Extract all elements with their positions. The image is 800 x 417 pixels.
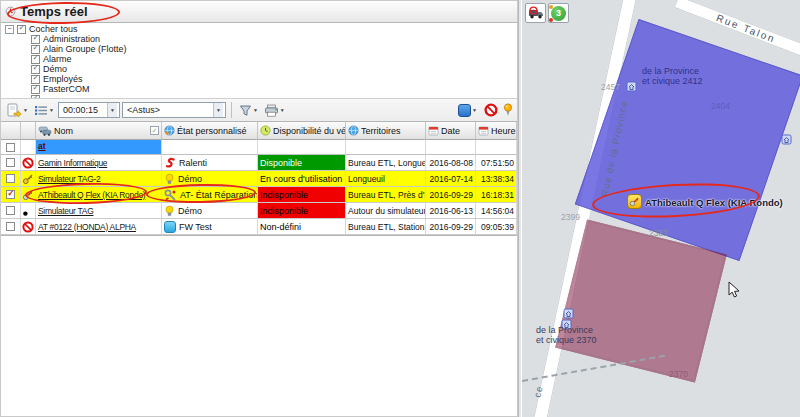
tree-item-employes[interactable]: ✓ Employés xyxy=(5,74,517,84)
row-checkbox[interactable] xyxy=(6,222,15,231)
row-status-icon-cell xyxy=(21,155,36,171)
row-status-icon-cell xyxy=(21,171,36,187)
map-display-button[interactable]: ▼ xyxy=(456,103,479,118)
no-entry-toolbar-icon[interactable] xyxy=(484,103,498,117)
map-panel[interactable]: Rue Talon Rue de la Province ce 2457 240… xyxy=(522,0,800,417)
header-etat[interactable]: État personnalisé xyxy=(162,122,258,140)
date-filter-cell[interactable] xyxy=(426,140,476,155)
empty-area xyxy=(1,236,517,416)
territoires-filter-cell[interactable] xyxy=(346,140,426,155)
row-checkbox[interactable] xyxy=(6,206,15,215)
row-checkbox-checked[interactable]: ✓ xyxy=(6,190,15,199)
header-heure-label: Heure xyxy=(491,126,516,136)
tree-item-administration[interactable]: ✓ Administration xyxy=(5,34,517,44)
tree-expander-icon[interactable]: − xyxy=(5,25,14,34)
location-pin-icon[interactable] xyxy=(503,103,513,117)
list-view-button[interactable]: ▼ xyxy=(32,103,56,117)
header-dispo-label: Disponibilité du vé... xyxy=(273,126,346,136)
list-toolbar: ▼ ▼ 00:00:15 ▼ <Astus> ▼ ▼ xyxy=(1,98,517,122)
profile-select[interactable]: <Astus> ▼ xyxy=(122,102,226,118)
tree-item-fastercom[interactable]: ✓ FasterCOM xyxy=(5,84,517,94)
nom-cell: AThibeault Q Flex (KIA Rondo) xyxy=(36,187,162,203)
no-entry-icon xyxy=(22,157,34,169)
row-select-cell xyxy=(1,203,21,219)
vehicle-name-link[interactable]: AThibeault Q Flex (KIA Rondo) xyxy=(38,190,145,200)
chevron-down-icon: ▼ xyxy=(213,103,223,117)
fw-test-icon xyxy=(164,221,176,233)
vehicle-marker-icon[interactable] xyxy=(627,194,642,209)
follow-vehicle-button[interactable] xyxy=(525,3,546,23)
etat-text: AT- État Réparation xyxy=(180,190,258,200)
table-row[interactable]: Gamin Informatique Ralenti Disponible Bu… xyxy=(1,155,517,171)
refresh-interval-value: 00:00:15 xyxy=(63,105,98,115)
filter-button[interactable]: ▼ xyxy=(237,103,260,118)
etat-cell: FW Test xyxy=(162,219,258,235)
row-status-icon-cell xyxy=(21,203,36,219)
profile-value: <Astus> xyxy=(127,105,160,115)
tree-item-checkbox[interactable]: ✓ xyxy=(31,95,40,99)
table-row-selected[interactable]: ✓ AThibeault Q Flex (KIA Rondo) AT- État… xyxy=(1,187,517,203)
dispo-cell: Non-défini xyxy=(258,219,346,235)
tree-item-label: Alarme xyxy=(43,54,72,64)
print-button[interactable]: ▼ xyxy=(262,103,287,118)
filter-funnel-icon xyxy=(239,104,252,117)
row-select-cell xyxy=(1,171,21,187)
printer-icon xyxy=(264,104,279,117)
civic-number: 2399 xyxy=(561,212,580,222)
column-filter-icon[interactable]: ✓ xyxy=(150,126,159,135)
header-nom[interactable]: Nom ✓ xyxy=(36,122,162,140)
etat-text: FW Test xyxy=(179,222,212,232)
territoires-cell: Longueuil xyxy=(346,171,426,187)
vehicle-name-link[interactable]: Simulateur TAG xyxy=(38,206,93,216)
tree-root-checkbox[interactable]: ✓ xyxy=(17,25,26,34)
vehicle-name-link[interactable]: Gamin Informatique xyxy=(38,158,107,168)
row-select-cell: ✓ xyxy=(1,187,21,203)
tree-item-alain-groupe[interactable]: ✓ Alain Groupe (Flotte) xyxy=(5,44,517,54)
dispo-filter-cell[interactable] xyxy=(258,140,346,155)
header-territoires-label: Territoires xyxy=(361,126,401,136)
table-row[interactable]: Simulateur TAG Démo Indisponible Autour … xyxy=(1,203,517,219)
header-date[interactable]: Date xyxy=(426,122,476,140)
heure-filter-cell[interactable] xyxy=(476,140,517,155)
row-checkbox[interactable] xyxy=(6,158,15,167)
tree-item-demo[interactable]: ✓ Démo xyxy=(5,64,517,74)
header-heure[interactable]: Heure xyxy=(476,122,517,140)
bulb-icon xyxy=(164,205,175,217)
grid-header-row: Nom ✓ État personnalisé Disponibilité du… xyxy=(1,122,517,140)
date-cell: 2016-06-13 xyxy=(426,203,476,219)
header-icon-col[interactable] xyxy=(21,122,36,140)
heure-cell: 14:56:04 xyxy=(476,203,517,219)
civic-marker-icon[interactable] xyxy=(563,305,574,316)
nom-filter-input[interactable]: at xyxy=(36,140,162,155)
tree-root-cocher-tous[interactable]: − ✓ Cocher tous xyxy=(5,24,517,34)
heure-cell: 09:05:39 xyxy=(476,219,517,235)
civic-number: 2457 xyxy=(601,82,620,92)
street-label-talon: Rue Talon xyxy=(715,12,778,45)
no-entry-icon xyxy=(22,221,34,233)
cluster-toggle-button[interactable]: 3 xyxy=(548,3,569,23)
fleet-list-panel: Temps réel − ✓ Cocher tous ✓ Administrat… xyxy=(0,0,518,417)
header-territoires[interactable]: Territoires xyxy=(346,122,426,140)
etat-filter-cell[interactable] xyxy=(162,140,258,155)
tree-item-label: Employés xyxy=(43,74,83,84)
civic-marker-icon[interactable] xyxy=(781,131,792,142)
chevron-down-icon: ▼ xyxy=(23,107,28,113)
heure-cell: 16:18:31 xyxy=(476,187,517,203)
table-row[interactable]: AT #0122 (HONDA) ALPHA FW Test Non-défin… xyxy=(1,219,517,235)
nom-cell: Gamin Informatique xyxy=(36,155,162,171)
table-row[interactable]: Simulateur TAG-2 Démo En cours d'utilisa… xyxy=(1,171,517,187)
territoires-cell: Bureau ETL, Près d'E... xyxy=(346,187,426,203)
vehicle-map-label[interactable]: AThibeault Q Flex (KIA Rondo) xyxy=(645,197,783,208)
refresh-interval-select[interactable]: 00:00:15 ▼ xyxy=(58,102,120,118)
tree-item-alarme[interactable]: ✓ Alarme xyxy=(5,54,517,64)
export-button[interactable]: ▼ xyxy=(5,102,30,118)
row-checkbox[interactable] xyxy=(6,174,15,183)
dispo-cell: Disponible xyxy=(258,155,346,171)
vehicle-name-link[interactable]: AT #0122 (HONDA) ALPHA xyxy=(38,222,136,232)
civic-marker-icon[interactable] xyxy=(626,78,637,89)
tree-item-label: Administration xyxy=(43,34,100,44)
header-dispo[interactable]: Disponibilité du vé... / xyxy=(258,122,346,140)
select-all-checkbox[interactable] xyxy=(6,143,15,152)
header-checkbox-col[interactable] xyxy=(1,122,21,140)
vehicle-name-link[interactable]: Simulateur TAG-2 xyxy=(38,174,100,184)
